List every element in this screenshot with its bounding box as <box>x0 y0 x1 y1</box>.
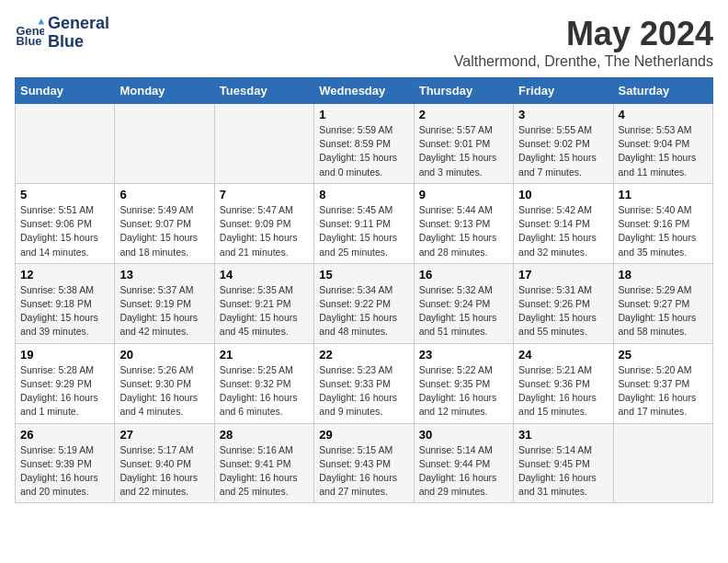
month-title: May 2024 <box>454 15 713 53</box>
day-info: Sunrise: 5:26 AM Sunset: 9:30 PM Dayligh… <box>119 363 209 419</box>
calendar-week-row: 1Sunrise: 5:59 AM Sunset: 8:59 PM Daylig… <box>16 104 713 184</box>
svg-marker-2 <box>39 18 44 24</box>
calendar-cell: 25Sunrise: 5:20 AM Sunset: 9:37 PM Dayli… <box>613 343 712 423</box>
calendar-week-row: 19Sunrise: 5:28 AM Sunset: 9:29 PM Dayli… <box>16 343 713 423</box>
day-info: Sunrise: 5:38 AM Sunset: 9:18 PM Dayligh… <box>20 283 109 339</box>
day-info: Sunrise: 5:53 AM Sunset: 9:04 PM Dayligh… <box>619 123 708 179</box>
calendar-cell: 9Sunrise: 5:44 AM Sunset: 9:13 PM Daylig… <box>414 183 513 263</box>
day-number: 6 <box>119 188 209 201</box>
calendar-cell: 11Sunrise: 5:40 AM Sunset: 9:16 PM Dayli… <box>613 183 712 263</box>
calendar-cell: 20Sunrise: 5:26 AM Sunset: 9:30 PM Dayli… <box>115 343 214 423</box>
day-number: 14 <box>220 268 309 282</box>
day-number: 5 <box>20 188 109 201</box>
day-info: Sunrise: 5:20 AM Sunset: 9:37 PM Dayligh… <box>619 363 708 419</box>
calendar-cell: 27Sunrise: 5:17 AM Sunset: 9:40 PM Dayli… <box>115 423 214 503</box>
calendar-cell <box>214 104 313 184</box>
calendar-cell: 10Sunrise: 5:42 AM Sunset: 9:14 PM Dayli… <box>514 183 613 263</box>
day-number: 13 <box>119 268 209 282</box>
day-number: 27 <box>119 428 209 442</box>
day-info: Sunrise: 5:28 AM Sunset: 9:29 PM Dayligh… <box>20 363 109 419</box>
calendar-cell: 17Sunrise: 5:31 AM Sunset: 9:26 PM Dayli… <box>514 263 613 343</box>
day-number: 20 <box>119 348 209 362</box>
day-number: 26 <box>20 428 109 442</box>
day-number: 12 <box>20 268 109 282</box>
calendar-week-row: 26Sunrise: 5:19 AM Sunset: 9:39 PM Dayli… <box>16 423 713 503</box>
day-info: Sunrise: 5:44 AM Sunset: 9:13 PM Dayligh… <box>419 203 508 259</box>
calendar-cell: 8Sunrise: 5:45 AM Sunset: 9:11 PM Daylig… <box>314 183 414 263</box>
day-info: Sunrise: 5:37 AM Sunset: 9:19 PM Dayligh… <box>119 283 209 339</box>
calendar-cell: 13Sunrise: 5:37 AM Sunset: 9:19 PM Dayli… <box>115 263 214 343</box>
day-info: Sunrise: 5:57 AM Sunset: 9:01 PM Dayligh… <box>419 123 508 179</box>
day-number: 10 <box>518 188 608 201</box>
day-number: 9 <box>419 188 508 201</box>
calendar-cell: 31Sunrise: 5:14 AM Sunset: 9:45 PM Dayli… <box>514 423 613 503</box>
logo: General Blue General Blue <box>15 15 109 52</box>
weekday-header: Monday <box>115 78 214 104</box>
day-number: 19 <box>20 348 109 362</box>
day-number: 24 <box>518 348 608 362</box>
title-block: May 2024 Valthermond, Drenthe, The Nethe… <box>454 15 713 70</box>
calendar-cell: 6Sunrise: 5:49 AM Sunset: 9:07 PM Daylig… <box>115 183 214 263</box>
day-number: 11 <box>619 188 708 201</box>
day-info: Sunrise: 5:45 AM Sunset: 9:11 PM Dayligh… <box>319 203 408 259</box>
svg-text:Blue: Blue <box>17 34 42 48</box>
day-number: 21 <box>220 348 309 362</box>
calendar-cell: 3Sunrise: 5:55 AM Sunset: 9:02 PM Daylig… <box>514 104 613 184</box>
calendar-cell <box>613 423 712 503</box>
calendar-cell: 2Sunrise: 5:57 AM Sunset: 9:01 PM Daylig… <box>414 104 513 184</box>
day-info: Sunrise: 5:49 AM Sunset: 9:07 PM Dayligh… <box>119 203 209 259</box>
calendar-cell: 23Sunrise: 5:22 AM Sunset: 9:35 PM Dayli… <box>414 343 513 423</box>
calendar-cell: 12Sunrise: 5:38 AM Sunset: 9:18 PM Dayli… <box>16 263 115 343</box>
day-number: 30 <box>419 428 508 442</box>
weekday-header: Sunday <box>16 78 115 104</box>
calendar-cell: 26Sunrise: 5:19 AM Sunset: 9:39 PM Dayli… <box>16 423 115 503</box>
calendar-cell: 1Sunrise: 5:59 AM Sunset: 8:59 PM Daylig… <box>314 104 414 184</box>
logo-icon: General Blue <box>15 18 44 48</box>
day-info: Sunrise: 5:25 AM Sunset: 9:32 PM Dayligh… <box>220 363 309 419</box>
page-header: General Blue General Blue May 2024 Valth… <box>15 15 713 70</box>
day-number: 7 <box>220 188 309 201</box>
calendar-table: SundayMondayTuesdayWednesdayThursdayFrid… <box>15 77 713 503</box>
day-number: 2 <box>419 108 508 121</box>
day-info: Sunrise: 5:32 AM Sunset: 9:24 PM Dayligh… <box>419 283 508 339</box>
calendar-cell: 28Sunrise: 5:16 AM Sunset: 9:41 PM Dayli… <box>214 423 313 503</box>
calendar-week-row: 5Sunrise: 5:51 AM Sunset: 9:06 PM Daylig… <box>16 183 713 263</box>
day-number: 29 <box>319 428 408 442</box>
day-number: 31 <box>518 428 608 442</box>
calendar-cell: 14Sunrise: 5:35 AM Sunset: 9:21 PM Dayli… <box>214 263 313 343</box>
day-number: 22 <box>319 348 408 362</box>
weekday-header-row: SundayMondayTuesdayWednesdayThursdayFrid… <box>16 78 713 104</box>
day-info: Sunrise: 5:14 AM Sunset: 9:44 PM Dayligh… <box>419 443 508 500</box>
calendar-cell: 24Sunrise: 5:21 AM Sunset: 9:36 PM Dayli… <box>514 343 613 423</box>
day-info: Sunrise: 5:16 AM Sunset: 9:41 PM Dayligh… <box>220 443 309 500</box>
day-info: Sunrise: 5:15 AM Sunset: 9:43 PM Dayligh… <box>319 443 408 500</box>
day-info: Sunrise: 5:35 AM Sunset: 9:21 PM Dayligh… <box>220 283 309 339</box>
day-info: Sunrise: 5:23 AM Sunset: 9:33 PM Dayligh… <box>319 363 408 419</box>
day-number: 1 <box>319 108 408 121</box>
day-number: 8 <box>319 188 408 201</box>
day-info: Sunrise: 5:55 AM Sunset: 9:02 PM Dayligh… <box>518 123 608 179</box>
day-number: 18 <box>619 268 708 282</box>
day-info: Sunrise: 5:34 AM Sunset: 9:22 PM Dayligh… <box>319 283 408 339</box>
calendar-cell: 15Sunrise: 5:34 AM Sunset: 9:22 PM Dayli… <box>314 263 414 343</box>
weekday-header: Thursday <box>414 78 513 104</box>
calendar-week-row: 12Sunrise: 5:38 AM Sunset: 9:18 PM Dayli… <box>16 263 713 343</box>
day-info: Sunrise: 5:59 AM Sunset: 8:59 PM Dayligh… <box>319 123 408 179</box>
day-number: 4 <box>619 108 708 121</box>
calendar-cell: 21Sunrise: 5:25 AM Sunset: 9:32 PM Dayli… <box>214 343 313 423</box>
logo-text: General Blue <box>48 15 109 52</box>
day-info: Sunrise: 5:17 AM Sunset: 9:40 PM Dayligh… <box>119 443 209 500</box>
weekday-header: Tuesday <box>214 78 313 104</box>
day-number: 17 <box>518 268 608 282</box>
day-info: Sunrise: 5:19 AM Sunset: 9:39 PM Dayligh… <box>20 443 109 500</box>
calendar-cell: 16Sunrise: 5:32 AM Sunset: 9:24 PM Dayli… <box>414 263 513 343</box>
day-info: Sunrise: 5:14 AM Sunset: 9:45 PM Dayligh… <box>518 443 608 500</box>
day-number: 16 <box>419 268 508 282</box>
calendar-cell: 7Sunrise: 5:47 AM Sunset: 9:09 PM Daylig… <box>214 183 313 263</box>
day-number: 25 <box>619 348 708 362</box>
calendar-cell: 19Sunrise: 5:28 AM Sunset: 9:29 PM Dayli… <box>16 343 115 423</box>
day-info: Sunrise: 5:40 AM Sunset: 9:16 PM Dayligh… <box>619 203 708 259</box>
location-title: Valthermond, Drenthe, The Netherlands <box>454 53 713 70</box>
day-number: 23 <box>419 348 508 362</box>
calendar-cell: 30Sunrise: 5:14 AM Sunset: 9:44 PM Dayli… <box>414 423 513 503</box>
